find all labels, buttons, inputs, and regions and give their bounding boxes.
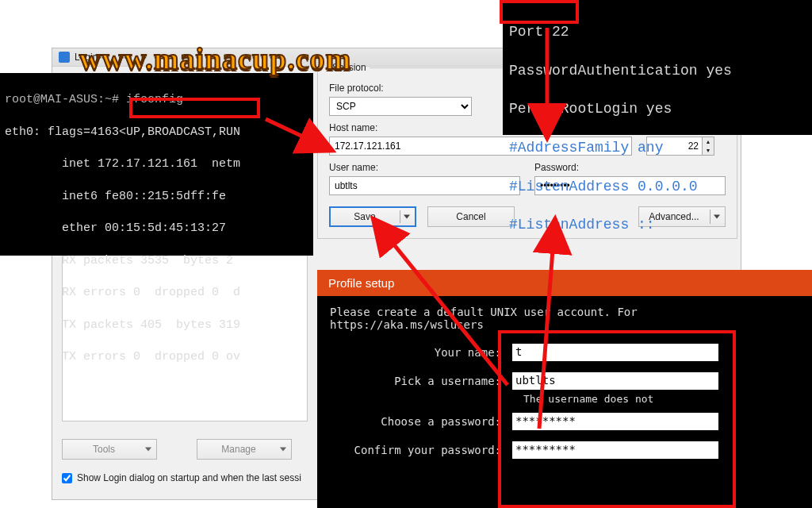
app-icon: [59, 52, 70, 63]
choose-password-label: Choose a password:: [330, 415, 512, 428]
terminal-line: TX packets 405 bytes 319: [5, 318, 308, 333]
terminal-ifconfig: root@MAI-ASUS:~# ifconfig eth0: flags=41…: [0, 73, 313, 256]
terminal-line: root@MAI-ASUS:~# ifconfig: [5, 92, 308, 108]
terminal-line: RX errors 0 dropped 0 d: [5, 285, 308, 301]
terminal-line: Port 22: [509, 22, 806, 41]
dialog-bottom-buttons: Tools Manage: [62, 439, 308, 460]
confirm-password-label: Confirm your password:: [330, 444, 512, 456]
profile-setup-header: Profile setup: [317, 270, 812, 296]
profile-setup-intro: Please create a default UNIX user accoun…: [330, 306, 799, 331]
terminal-line: inet6 fe80::215:5dff:fe: [5, 189, 308, 205]
pick-username-input[interactable]: ubtlts: [512, 372, 718, 390]
save-button[interactable]: Save: [329, 206, 416, 227]
terminal-line: TX errors 0 dropped 0 ov: [5, 349, 308, 365]
terminal-line: #ListenAddress 0.0.0.0: [509, 177, 806, 196]
ubuntu-profile-setup: Profile setup Please create a default UN…: [317, 270, 812, 508]
user-name-input[interactable]: [329, 176, 520, 195]
show-on-startup-checkbox-input[interactable]: [62, 473, 72, 483]
file-protocol-select[interactable]: SCP: [329, 97, 472, 116]
show-on-startup-checkbox[interactable]: Show Login dialog on startup and when th…: [62, 472, 301, 483]
terminal-sshd-config: Port 22 PasswordAuthentication yes Permi…: [503, 0, 812, 135]
your-name-label: Your name:: [330, 346, 512, 359]
terminal-line: PasswordAuthentication yes: [509, 61, 806, 80]
cancel-button[interactable]: Cancel: [427, 206, 515, 227]
terminal-line: ether 00:15:5d:45:13:27: [5, 221, 308, 237]
tools-button[interactable]: Tools: [62, 439, 157, 460]
terminal-line: #AddressFamily any: [509, 138, 806, 157]
pick-username-label: Pick a username:: [330, 375, 512, 387]
choose-password-input[interactable]: *********: [512, 413, 718, 430]
terminal-line: PermitRootLogin yes: [509, 99, 806, 118]
terminal-line: inet 172.17.121.161 netm: [5, 156, 308, 172]
username-note: The username does not: [523, 393, 799, 405]
terminal-line: eth0: flags=4163<UP,BROADCAST,RUN: [5, 125, 308, 140]
confirm-password-input[interactable]: *********: [512, 441, 718, 459]
manage-button[interactable]: Manage: [197, 439, 292, 460]
your-name-input[interactable]: t: [512, 344, 718, 361]
user-name-label: User name:: [329, 162, 520, 173]
show-on-startup-label: Show Login dialog on startup and when th…: [77, 472, 301, 483]
watermark-text: www.mainacup.com: [79, 41, 351, 76]
terminal-line: #ListenAddress ::: [509, 215, 806, 234]
terminal-line: RX packets 3535 bytes 2: [5, 253, 308, 269]
